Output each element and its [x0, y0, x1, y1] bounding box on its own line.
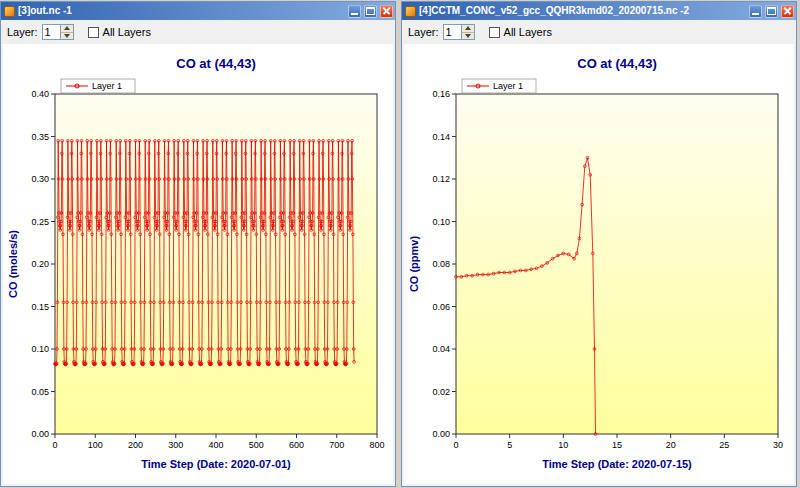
- triangle-up-icon: [465, 26, 471, 30]
- minimize-button[interactable]: [348, 5, 361, 18]
- layer-label: Layer:: [7, 26, 38, 38]
- svg-text:0: 0: [453, 440, 458, 450]
- svg-text:0.16: 0.16: [432, 89, 450, 99]
- layer-spinner-down[interactable]: [462, 33, 474, 40]
- svg-text:600: 600: [289, 440, 304, 450]
- all-layers-checkbox[interactable]: [88, 27, 99, 38]
- minimize-button[interactable]: [749, 5, 762, 18]
- layer-spinner-up[interactable]: [462, 25, 474, 33]
- svg-text:Layer 1: Layer 1: [92, 81, 122, 91]
- svg-text:0: 0: [52, 440, 57, 450]
- svg-text:0.02: 0.02: [432, 387, 450, 397]
- svg-text:200: 200: [128, 440, 143, 450]
- svg-text:0.06: 0.06: [432, 302, 450, 312]
- svg-text:0.15: 0.15: [31, 302, 49, 312]
- layer-label: Layer:: [408, 26, 439, 38]
- layer-toolbar: Layer: 1 All Layers: [1, 20, 395, 44]
- window-cctm-conc: [4]CCTM_CONC_v52_gcc_QQHR3kmd02_20200715…: [401, 1, 797, 487]
- layer-spinner-buttons: [461, 25, 474, 39]
- y-axis-label: CO (ppmv): [408, 236, 420, 293]
- svg-text:0.35: 0.35: [31, 132, 49, 142]
- svg-text:0.00: 0.00: [432, 429, 450, 439]
- svg-text:500: 500: [249, 440, 264, 450]
- svg-text:0.20: 0.20: [31, 259, 49, 269]
- layer-spinner[interactable]: 1: [443, 24, 475, 40]
- window-icon: [405, 6, 416, 17]
- chart-title: CO at (44,43): [176, 56, 255, 71]
- svg-text:0.04: 0.04: [432, 344, 450, 354]
- triangle-up-icon: [64, 26, 70, 30]
- chart-panel: CO at (44,43)0510152025300.000.020.040.0…: [404, 44, 794, 484]
- layer-spinner-down[interactable]: [61, 33, 73, 40]
- all-layers-label: All Layers: [504, 26, 552, 38]
- svg-text:20: 20: [666, 440, 676, 450]
- svg-text:0.30: 0.30: [31, 174, 49, 184]
- layer-spinner-buttons: [60, 25, 73, 39]
- window-title: [4]CCTM_CONC_v52_gcc_QQHR3kmd02_20200715…: [419, 2, 746, 20]
- svg-text:100: 100: [88, 440, 103, 450]
- svg-text:0.10: 0.10: [432, 217, 450, 227]
- svg-text:0.05: 0.05: [31, 387, 49, 397]
- all-layers-checkbox[interactable]: [489, 27, 500, 38]
- x-axis-label: Time Step (Date: 2020-07-01): [141, 458, 291, 470]
- layer-toolbar: Layer: 1 All Layers: [402, 20, 796, 44]
- svg-text:0.00: 0.00: [31, 429, 49, 439]
- maximize-button[interactable]: [765, 5, 778, 18]
- svg-text:0.40: 0.40: [31, 89, 49, 99]
- window-title: [3]out.nc -1: [18, 2, 345, 20]
- close-button[interactable]: [781, 5, 794, 18]
- layer-spinner-up[interactable]: [61, 25, 73, 33]
- svg-text:0.10: 0.10: [31, 344, 49, 354]
- plot-area[interactable]: [456, 94, 778, 434]
- window-icon: [4, 6, 15, 17]
- window-out-nc: [3]out.nc -1 Layer: 1 All Layers CO at (…: [0, 1, 396, 487]
- svg-text:0.08: 0.08: [432, 259, 450, 269]
- svg-text:0.14: 0.14: [432, 132, 450, 142]
- triangle-down-icon: [465, 34, 471, 38]
- layer-spinner-value[interactable]: 1: [444, 25, 461, 39]
- svg-text:30: 30: [773, 440, 783, 450]
- svg-text:0.12: 0.12: [432, 174, 450, 184]
- svg-text:15: 15: [612, 440, 622, 450]
- svg-text:800: 800: [369, 440, 384, 450]
- svg-text:25: 25: [719, 440, 729, 450]
- x-axis-label: Time Step (Date: 2020-07-15): [542, 458, 692, 470]
- y-axis-label: CO (moles/s): [7, 230, 19, 298]
- titlebar[interactable]: [4]CCTM_CONC_v52_gcc_QQHR3kmd02_20200715…: [402, 2, 796, 20]
- timeseries-chart[interactable]: CO at (44,43)01002003004005006007008000.…: [3, 44, 393, 480]
- layer-spinner-value[interactable]: 1: [43, 25, 60, 39]
- svg-text:400: 400: [208, 440, 223, 450]
- triangle-down-icon: [64, 34, 70, 38]
- chart-legend: Layer 1: [61, 79, 135, 93]
- svg-text:5: 5: [507, 440, 512, 450]
- close-button[interactable]: [380, 5, 393, 18]
- chart-panel: CO at (44,43)01002003004005006007008000.…: [3, 44, 393, 484]
- svg-text:0.25: 0.25: [31, 217, 49, 227]
- all-layers-label: All Layers: [103, 26, 151, 38]
- maximize-button[interactable]: [364, 5, 377, 18]
- desktop: [3]out.nc -1 Layer: 1 All Layers CO at (…: [0, 0, 800, 488]
- timeseries-chart[interactable]: CO at (44,43)0510152025300.000.020.040.0…: [404, 44, 794, 480]
- svg-text:Layer 1: Layer 1: [493, 81, 523, 91]
- chart-title: CO at (44,43): [577, 56, 656, 71]
- svg-text:700: 700: [329, 440, 344, 450]
- titlebar[interactable]: [3]out.nc -1: [1, 2, 395, 20]
- chart-legend: Layer 1: [462, 79, 536, 93]
- svg-text:300: 300: [168, 440, 183, 450]
- svg-text:10: 10: [558, 440, 568, 450]
- layer-spinner[interactable]: 1: [42, 24, 74, 40]
